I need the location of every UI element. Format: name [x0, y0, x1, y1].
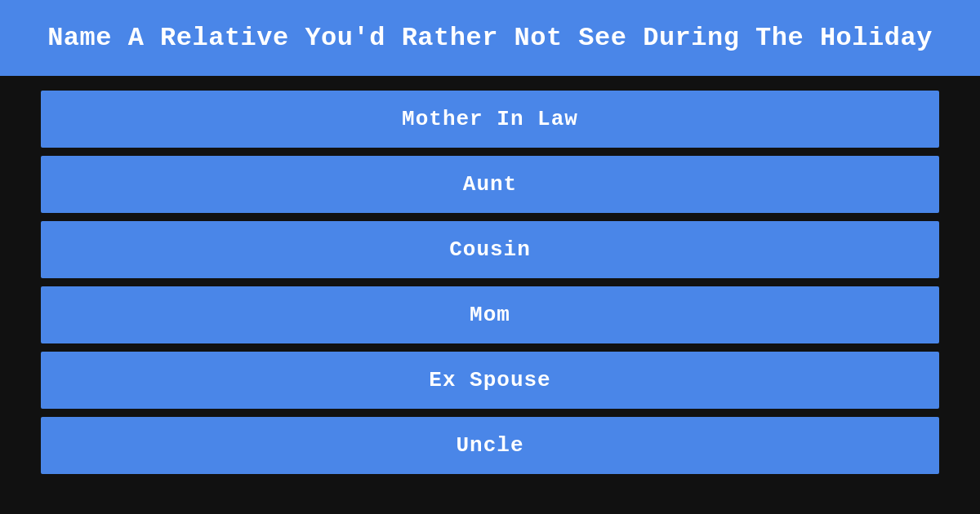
- footer: www.familyfeudfriends.com: [0, 508, 980, 514]
- answer-text-2: Cousin: [449, 237, 531, 262]
- answer-text-0: Mother In Law: [402, 107, 578, 131]
- header: Name A Relative You'd Rather Not See Dur…: [0, 0, 980, 76]
- answer-text-5: Uncle: [456, 433, 523, 458]
- answer-row: Aunt: [41, 156, 939, 213]
- answer-row: Mother In Law: [41, 91, 939, 148]
- answer-row: Cousin: [41, 221, 939, 278]
- answer-row: Uncle: [41, 417, 939, 474]
- page-title: Name A Relative You'd Rather Not See Dur…: [47, 23, 933, 53]
- answer-text-4: Ex Spouse: [429, 368, 550, 392]
- answer-row: Ex Spouse: [41, 352, 939, 409]
- answer-row: Mom: [41, 286, 939, 343]
- answer-text-1: Aunt: [463, 172, 517, 197]
- answer-text-3: Mom: [470, 303, 510, 327]
- answers-container: Mother In LawAuntCousinMomEx SpouseUncle: [0, 76, 980, 508]
